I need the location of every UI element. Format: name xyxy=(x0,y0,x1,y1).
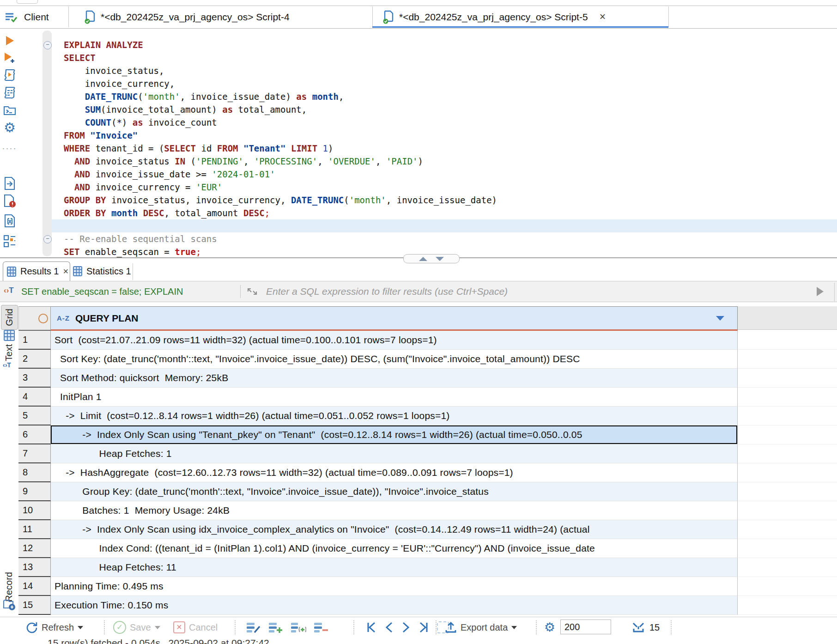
query-plan-row[interactable]: 4 InitPlan 1 xyxy=(18,388,837,407)
save-button[interactable]: ✓ Save xyxy=(113,617,160,638)
row-number-cell[interactable]: 6 xyxy=(18,425,51,444)
record-view-icon[interactable] xyxy=(3,599,16,613)
next-row-icon[interactable] xyxy=(401,621,411,633)
fetch-size-input[interactable] xyxy=(560,620,611,634)
export-data-button[interactable]: Export data xyxy=(445,617,517,638)
tab-results-1[interactable]: Results 1 × xyxy=(3,261,70,281)
query-plan-cell[interactable]: InitPlan 1 xyxy=(51,388,738,407)
cancel-button[interactable]: ✕ Cancel xyxy=(173,617,218,638)
query-plan-cell[interactable]: Heap Fetches: 11 xyxy=(51,558,738,577)
fetched-rows-indicator[interactable]: 15 xyxy=(632,617,660,638)
query-plan-column-header[interactable]: A-Z QUERY PLAN xyxy=(51,306,738,331)
apply-filter-icon[interactable] xyxy=(817,287,824,296)
query-plan-row[interactable]: 5 -> Limit (cost=0.12..8.14 rows=1 width… xyxy=(18,407,837,425)
sql-line[interactable]: EXPLAIN ANALYZE xyxy=(64,38,143,51)
sql-line[interactable]: invoice_currency, xyxy=(64,77,175,90)
save-dropdown-icon[interactable] xyxy=(155,626,160,629)
row-number-cell[interactable]: 13 xyxy=(18,558,51,577)
row-number-cell[interactable]: 12 xyxy=(18,539,51,558)
refresh-button[interactable]: Refresh xyxy=(25,617,83,638)
text-view-icon[interactable]: ‹›T xyxy=(3,361,11,369)
edit-cell-icon[interactable] xyxy=(246,621,261,634)
query-plan-cell[interactable]: -> Index Only Scan using idx_invoice_com… xyxy=(51,520,738,539)
splitter-up-icon[interactable] xyxy=(419,257,427,261)
row-number-cell[interactable]: 7 xyxy=(18,444,51,463)
query-plan-row[interactable]: 12 Index Cond: ((tenant_id = (InitPlan 1… xyxy=(18,539,837,558)
tab-script-4[interactable]: *<db_202425z_va_prj_agency_os> Script-4 xyxy=(83,6,290,28)
delete-row-icon[interactable] xyxy=(314,621,328,634)
query-plan-cell[interactable]: Sort Key: (date_trunc('month'::text, "In… xyxy=(51,350,738,369)
query-plan-row[interactable]: 8 -> HashAggregate (cost=12.60..12.73 ro… xyxy=(18,463,837,482)
query-plan-row[interactable]: 6 -> Index Only Scan using "Tenant_pkey"… xyxy=(18,425,837,444)
tab-close-icon[interactable]: × xyxy=(600,11,606,23)
query-plan-cell[interactable]: -> Limit (cost=0.12..8.14 rows=1 width=2… xyxy=(51,407,738,425)
sql-line[interactable]: COUNT(*) as invoice_count xyxy=(64,116,217,129)
query-plan-cell[interactable]: Planning Time: 0.495 ms xyxy=(51,577,738,596)
query-plan-cell[interactable]: -> HashAggregate (cost=12.60..12.73 rows… xyxy=(51,463,738,482)
splitter-down-icon[interactable] xyxy=(436,257,444,261)
duplicate-row-icon[interactable] xyxy=(291,621,306,634)
row-number-cell[interactable]: 10 xyxy=(18,501,51,520)
tab-results-close-icon[interactable]: × xyxy=(63,266,68,277)
sql-line[interactable]: ORDER BY month DESC, total_amount DESC; xyxy=(64,207,270,219)
sql-line[interactable]: SET enable_seqscan = true; xyxy=(64,245,201,258)
last-row-icon[interactable] xyxy=(418,621,430,633)
query-plan-row[interactable]: 7 Heap Fetches: 1 xyxy=(18,444,837,463)
query-plan-grid[interactable]: 1Sort (cost=21.07..21.09 rows=11 width=3… xyxy=(18,331,837,615)
row-number-cell[interactable]: 15 xyxy=(18,596,51,615)
add-row-icon[interactable] xyxy=(268,621,283,634)
refresh-dropdown-icon[interactable] xyxy=(78,626,83,629)
sql-line[interactable]: invoice_status, xyxy=(64,64,164,77)
query-plan-row[interactable]: 10 Batches: 1 Memory Usage: 24kB xyxy=(18,501,837,520)
sql-line[interactable]: SUM(invoice_total_amount) as total_amoun… xyxy=(64,103,307,116)
side-tab-text[interactable]: Text xyxy=(4,344,14,361)
query-plan-row[interactable]: 11 -> Index Only Scan using idx_invoice_… xyxy=(18,520,837,539)
row-number-cell[interactable]: 8 xyxy=(18,463,51,482)
sql-line[interactable]: WHERE tenant_id = (SELECT id FROM "Tenan… xyxy=(64,142,334,155)
first-row-icon[interactable] xyxy=(365,621,377,633)
splitter-collapse-control[interactable] xyxy=(403,254,460,263)
tab-client[interactable]: Client xyxy=(4,6,49,28)
sql-line[interactable]: AND invoice_status IN ('PENDING', 'PROCE… xyxy=(64,155,423,168)
query-plan-row[interactable]: 14Planning Time: 0.495 ms xyxy=(18,577,837,596)
row-number-cell[interactable]: 14 xyxy=(18,577,51,596)
row-number-cell[interactable]: 2 xyxy=(18,350,51,369)
row-number-cell[interactable]: 3 xyxy=(18,369,51,388)
query-plan-cell[interactable]: -> Index Only Scan using "Tenant_pkey" o… xyxy=(51,425,738,444)
side-tab-grid[interactable]: Grid xyxy=(1,305,18,330)
export-dropdown-icon[interactable] xyxy=(511,626,517,629)
side-tab-record[interactable]: Record xyxy=(4,572,14,601)
fetch-settings-button[interactable]: ⚙ xyxy=(544,617,555,638)
sql-line[interactable]: SELECT xyxy=(64,51,96,64)
query-plan-cell[interactable]: Heap Fetches: 1 xyxy=(51,444,738,463)
sql-line[interactable]: -- Re-enable sequential scans xyxy=(64,232,217,245)
query-plan-row[interactable]: 13 Heap Fetches: 11 xyxy=(18,558,837,577)
row-number-cell[interactable]: 1 xyxy=(18,331,51,350)
fold-collapse-icon[interactable]: − xyxy=(43,41,52,49)
grid-view-icon[interactable] xyxy=(4,330,15,343)
query-plan-cell[interactable]: Execution Time: 0.150 ms xyxy=(51,596,738,615)
sql-line[interactable]: AND invoice_issue_date >= '2024-01-01' xyxy=(64,168,275,181)
tab-script-5-active[interactable]: *<db_202425z_va_prj_agency_os> Script-5 … xyxy=(382,6,606,28)
sql-line[interactable]: GROUP BY invoice_status, invoice_currenc… xyxy=(64,194,497,207)
query-plan-cell[interactable]: Sort (cost=21.07..21.09 rows=11 width=32… xyxy=(51,331,738,350)
query-plan-cell[interactable]: Batches: 1 Memory Usage: 24kB xyxy=(51,501,738,520)
sql-line[interactable]: AND invoice_currency = 'EUR' xyxy=(64,181,222,194)
filter-input-placeholder[interactable]: Enter a SQL expression to filter results… xyxy=(266,286,508,297)
query-plan-cell[interactable]: Group Key: (date_trunc('month'::text, "I… xyxy=(51,482,738,501)
query-plan-row[interactable]: 15Execution Time: 0.150 ms xyxy=(18,596,837,615)
row-number-cell[interactable]: 4 xyxy=(18,388,51,407)
expand-filter-icon[interactable] xyxy=(247,286,258,297)
query-plan-cell[interactable]: Sort Method: quicksort Memory: 25kB xyxy=(51,369,738,388)
row-number-column-header[interactable] xyxy=(18,306,51,331)
sql-line[interactable]: DATE_TRUNC('month', invoice_issue_date) … xyxy=(64,90,344,103)
column-dropdown-icon[interactable] xyxy=(716,316,724,321)
row-number-cell[interactable]: 11 xyxy=(18,520,51,539)
query-plan-row[interactable]: 9 Group Key: (date_trunc('month'::text, … xyxy=(18,482,837,501)
fold-collapse-icon[interactable]: − xyxy=(43,235,52,243)
query-plan-cell[interactable]: Index Cond: ((tenant_id = (InitPlan 1).c… xyxy=(51,539,738,558)
row-number-cell[interactable]: 5 xyxy=(18,407,51,425)
query-plan-row[interactable]: 1Sort (cost=21.07..21.09 rows=11 width=3… xyxy=(18,331,837,350)
tab-statistics-1[interactable]: Statistics 1 xyxy=(69,262,136,280)
sql-editor[interactable]: EXPLAIN ANALYZE−SELECT invoice_status, i… xyxy=(0,28,837,257)
